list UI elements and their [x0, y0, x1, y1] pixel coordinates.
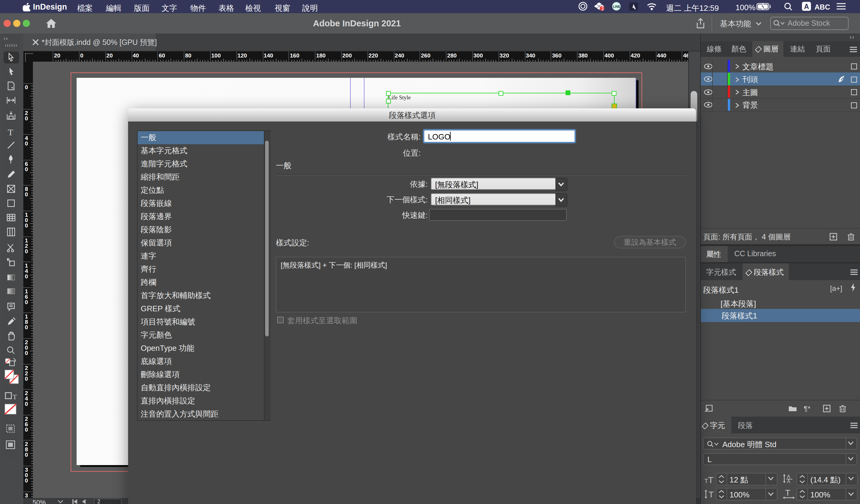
svg-text:T: T [708, 475, 713, 483]
svg-text:LINE: LINE [613, 5, 620, 9]
svg-text:T: T [704, 477, 708, 483]
svg-text:1: 1 [601, 6, 604, 11]
svg-text:A: A [787, 478, 790, 483]
svg-text:T: T [13, 393, 17, 401]
svg-text:T: T [708, 490, 714, 498]
svg-text:A: A [787, 474, 790, 479]
svg-text:T: T [785, 489, 790, 497]
svg-text:T: T [8, 127, 13, 137]
